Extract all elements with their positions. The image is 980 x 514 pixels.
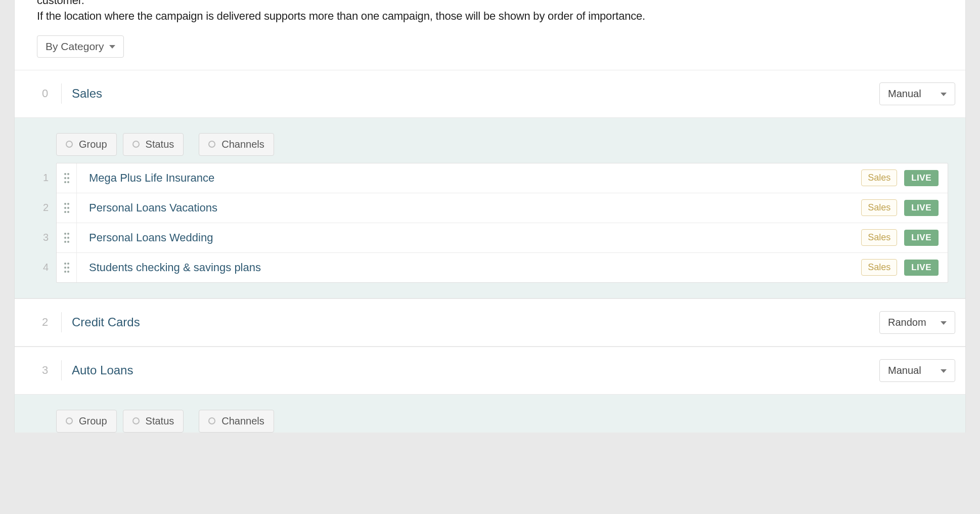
svg-point-20 — [64, 267, 66, 269]
svg-point-13 — [67, 233, 69, 235]
svg-point-6 — [64, 203, 66, 205]
svg-point-14 — [64, 237, 66, 239]
sort-mode-label: Random — [888, 317, 926, 328]
svg-point-15 — [67, 237, 69, 239]
category-tag: Sales — [861, 169, 897, 186]
campaign-name-link[interactable]: Students checking & savings plans — [77, 253, 861, 282]
category-tag: Sales — [861, 259, 897, 276]
status-badge: LIVE — [904, 260, 939, 276]
divider — [61, 83, 62, 104]
filter-bar: Group Status Channels — [56, 133, 948, 156]
row-index: 1 — [36, 172, 49, 184]
caret-down-icon — [109, 45, 115, 49]
filter-group-label: Group — [79, 139, 107, 150]
radio-icon — [132, 417, 140, 424]
filter-channels-label: Channels — [221, 139, 264, 150]
row-badges: Sales LIVE — [861, 259, 948, 276]
row-index: 3 — [36, 232, 49, 243]
campaign-list: 1 Mega Plus Life Insurance Sales LIVE 2 … — [56, 163, 948, 283]
filter-channels[interactable]: Channels — [199, 410, 274, 433]
row-badges: Sales LIVE — [861, 169, 948, 186]
campaign-name-link[interactable]: Mega Plus Life Insurance — [77, 163, 861, 193]
status-badge: LIVE — [904, 200, 939, 216]
svg-point-10 — [64, 211, 66, 213]
svg-point-17 — [67, 241, 69, 243]
category-title[interactable]: Sales — [72, 87, 879, 101]
intro-section: customer. If the location where the camp… — [15, 0, 965, 70]
sort-mode-label: Manual — [888, 365, 921, 376]
category-index: 2 — [33, 316, 57, 329]
view-mode-dropdown[interactable]: By Category — [37, 35, 124, 58]
divider — [61, 312, 62, 332]
svg-point-5 — [67, 181, 69, 183]
svg-point-18 — [64, 263, 66, 265]
svg-point-11 — [67, 211, 69, 213]
svg-point-4 — [64, 181, 66, 183]
filter-status[interactable]: Status — [123, 133, 184, 156]
filter-bar: Group Status Channels — [56, 410, 948, 433]
svg-point-12 — [64, 233, 66, 235]
drag-handle-icon[interactable] — [57, 223, 77, 252]
intro-line: If the location where the campaign is de… — [37, 10, 645, 22]
category-header: 2 Credit Cards Random — [15, 298, 965, 347]
intro-cut-word: customer. — [37, 0, 84, 7]
svg-point-21 — [67, 267, 69, 269]
filter-channels[interactable]: Channels — [199, 133, 274, 156]
category-title[interactable]: Auto Loans — [72, 363, 879, 377]
category-tag: Sales — [861, 229, 897, 246]
category-header: 3 Auto Loans Manual — [15, 347, 965, 395]
filter-status-label: Status — [146, 139, 174, 150]
caret-down-icon — [941, 369, 947, 373]
filter-channels-label: Channels — [221, 415, 264, 427]
radio-icon — [66, 141, 73, 148]
svg-point-0 — [64, 173, 66, 175]
row-index: 2 — [36, 202, 49, 213]
category-title[interactable]: Credit Cards — [72, 315, 879, 329]
svg-point-8 — [64, 207, 66, 209]
sort-mode-select[interactable]: Manual — [879, 82, 955, 105]
category-tag: Sales — [861, 199, 897, 216]
row-badges: Sales LIVE — [861, 229, 948, 246]
drag-handle-icon[interactable] — [57, 163, 77, 193]
radio-icon — [132, 141, 140, 148]
category-body: Group Status Channels — [15, 395, 965, 433]
drag-handle-icon[interactable] — [57, 253, 77, 282]
category-index: 0 — [33, 87, 57, 100]
radio-icon — [208, 417, 215, 424]
sort-mode-select[interactable]: Manual — [879, 359, 955, 382]
svg-point-1 — [67, 173, 69, 175]
svg-point-19 — [67, 263, 69, 265]
radio-icon — [66, 417, 73, 424]
sort-mode-label: Manual — [888, 88, 921, 100]
campaign-row: 2 Personal Loans Vacations Sales LIVE — [57, 193, 948, 223]
filter-group-label: Group — [79, 415, 107, 427]
campaign-name-link[interactable]: Personal Loans Wedding — [77, 223, 861, 252]
campaign-row: 4 Students checking & savings plans Sale… — [57, 253, 948, 282]
svg-point-2 — [64, 177, 66, 179]
svg-point-23 — [67, 271, 69, 273]
svg-point-16 — [64, 241, 66, 243]
status-badge: LIVE — [904, 230, 939, 246]
intro-text: customer. If the location where the camp… — [37, 0, 943, 24]
drag-handle-icon[interactable] — [57, 193, 77, 223]
svg-point-3 — [67, 177, 69, 179]
filter-group[interactable]: Group — [56, 410, 117, 433]
filter-group[interactable]: Group — [56, 133, 117, 156]
category-body: Group Status Channels 1 Mega Plus Life I… — [15, 118, 965, 298]
campaign-name-link[interactable]: Personal Loans Vacations — [77, 193, 861, 223]
view-mode-label: By Category — [46, 40, 104, 53]
filter-status-label: Status — [146, 415, 174, 427]
row-badges: Sales LIVE — [861, 199, 948, 216]
caret-down-icon — [941, 321, 947, 325]
category-header: 0 Sales Manual — [15, 70, 965, 118]
svg-point-22 — [64, 271, 66, 273]
divider — [61, 360, 62, 380]
campaign-row: 1 Mega Plus Life Insurance Sales LIVE — [57, 163, 948, 193]
radio-icon — [208, 141, 215, 148]
categories-list: 0 Sales Manual Group Status Channels 1 M… — [15, 70, 965, 433]
svg-point-9 — [67, 207, 69, 209]
filter-status[interactable]: Status — [123, 410, 184, 433]
sort-mode-select[interactable]: Random — [879, 311, 955, 334]
campaign-row: 3 Personal Loans Wedding Sales LIVE — [57, 223, 948, 253]
row-index: 4 — [36, 262, 49, 273]
